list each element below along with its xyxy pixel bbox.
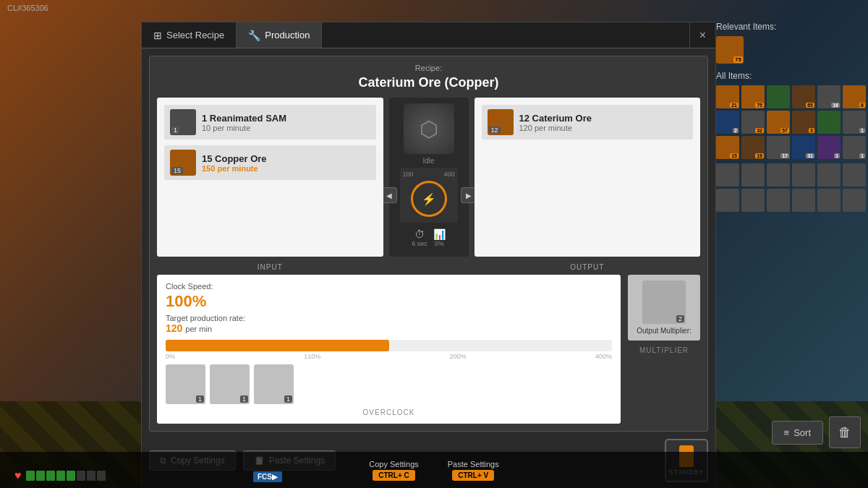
dialog-titlebar: ⊞ Select Recipe 🔧 Production × <box>142 22 715 48</box>
multiplier-wrap: 2 Output Multiplier: MULTIPLIER <box>628 275 700 424</box>
ingredient-name-2: 15 Copper Ore <box>202 153 370 164</box>
list-item[interactable] <box>716 163 739 187</box>
ingredient-name-1: 1 Reanimated SAM <box>202 113 370 124</box>
output-info: 12 Caterium Ore 120 per minute <box>519 113 688 132</box>
recipe-name: Caterium Ore (Copper) <box>157 75 700 90</box>
sort-delete-area: ≡ Sort 🗑 <box>772 416 861 448</box>
machine-stats: ⏱ 6 sec 📊 0% <box>412 228 446 247</box>
ingredient-info-1: 1 Reanimated SAM 10 per minute <box>202 113 370 132</box>
list-item[interactable]: 1 <box>817 136 841 159</box>
list-item[interactable] <box>716 189 739 212</box>
list-item[interactable] <box>817 189 841 212</box>
grid-icon: ⊞ <box>153 30 162 41</box>
list-item[interactable]: 65 <box>792 85 815 108</box>
machine-status: Idle <box>422 157 434 165</box>
health-bar <box>56 471 65 481</box>
sort-button[interactable]: ≡ Sort <box>772 421 823 445</box>
clock-icon: ⏱ <box>414 228 425 240</box>
overclock-panel: Clock Speed: 100% Target production rate… <box>157 275 621 424</box>
overclock-bar-area[interactable] <box>166 340 612 351</box>
list-item[interactable] <box>843 163 866 187</box>
items-grid: 21 75 65 16 8 2 32 57 3 1 15 19 17 31 1 … <box>716 85 861 159</box>
list-item[interactable]: 8 <box>843 85 866 108</box>
ingredient-count-2: 15 <box>171 167 183 174</box>
relevant-item-0[interactable]: 75 <box>716 36 744 64</box>
production-rate-unit: per min <box>185 325 212 333</box>
output-ingredient-row: 12 12 Caterium Ore 120 per minute <box>482 105 694 140</box>
list-item[interactable] <box>843 189 866 212</box>
ingredient-row-2: 15 15 Copper Ore 150 per minute <box>164 145 376 180</box>
list-item[interactable]: 16 <box>817 85 841 108</box>
slot-1-num: 1 <box>196 395 204 403</box>
list-item[interactable]: 21 <box>716 85 739 108</box>
output-rate: 120 per minute <box>519 124 688 132</box>
recipe-label: Recipe: <box>157 64 700 72</box>
list-item[interactable]: 19 <box>741 136 765 159</box>
slot-2[interactable]: 1 <box>210 364 250 404</box>
list-item[interactable]: 1 <box>843 111 866 134</box>
right-panel: Relevant Items: 75 All Items: 21 75 65 1… <box>716 22 861 212</box>
health-bar <box>26 471 35 481</box>
list-item[interactable] <box>767 189 790 212</box>
close-button[interactable]: × <box>689 22 715 48</box>
wrench-icon: 🔧 <box>248 30 260 41</box>
list-item[interactable]: 75 <box>741 85 765 108</box>
list-item[interactable]: 57 <box>767 111 790 134</box>
multiplier-panel[interactable]: 2 Output Multiplier: <box>628 275 700 341</box>
list-item[interactable] <box>792 163 815 187</box>
slot-3[interactable]: 1 <box>254 364 294 404</box>
ingredient-rate-1: 10 per minute <box>202 124 370 132</box>
health-bar-empty <box>87 471 95 481</box>
list-item[interactable] <box>767 163 790 187</box>
production-row: 1 1 Reanimated SAM 10 per minute 15 <box>157 98 700 257</box>
output-count: 12 <box>489 127 501 134</box>
list-item[interactable]: 17 <box>767 136 790 159</box>
delete-button[interactable]: 🗑 <box>829 416 861 448</box>
list-item[interactable]: 2 <box>716 111 739 134</box>
all-items-label: All Items: <box>716 71 861 81</box>
overclock-pct: 100% <box>166 292 612 311</box>
main-dialog: ⊞ Select Recipe 🔧 Production × Recipe: C… <box>141 22 716 488</box>
overclock-title: Clock Speed: <box>166 282 612 291</box>
slot-1[interactable]: 1 <box>166 364 205 404</box>
sort-icon: ≡ <box>784 427 790 438</box>
ingredient-count-1: 1 <box>171 127 179 134</box>
list-item[interactable] <box>817 163 841 187</box>
list-item[interactable] <box>741 189 765 212</box>
multiplier-label: Output Multiplier: <box>637 327 692 335</box>
machine-prev-btn[interactable]: ◀ <box>381 187 397 203</box>
list-item[interactable] <box>767 85 790 108</box>
list-item[interactable]: 3 <box>792 111 815 134</box>
relevant-items: 75 <box>716 36 861 64</box>
production-rate-val: 120 <box>166 322 182 334</box>
health-bar <box>67 471 75 481</box>
slot-row: 1 1 1 <box>166 364 612 404</box>
health-icon: ♥ <box>14 469 22 482</box>
input-label: INPUT <box>258 263 283 271</box>
multiplier-section-label: MULTIPLIER <box>639 346 689 354</box>
list-item[interactable] <box>792 189 815 212</box>
health-bar <box>36 471 45 481</box>
output-label: OUTPUT <box>570 263 604 271</box>
multiplier-badge: 2 <box>676 315 684 322</box>
machine-speed: 100 400 ⚡ <box>400 168 458 223</box>
slot-2-num: 1 <box>240 395 248 403</box>
hud-code: CL#365306 <box>7 4 48 12</box>
output-panel: 12 12 Caterium Ore 120 per minute OUTPUT <box>475 98 701 257</box>
stat-efficiency: 📊 0% <box>433 228 446 247</box>
trash-icon: 🗑 <box>838 425 851 440</box>
list-item[interactable] <box>817 111 841 134</box>
machine-image <box>404 103 454 154</box>
slot-3-num: 1 <box>284 395 292 403</box>
list-item[interactable]: 31 <box>792 136 815 159</box>
tab-production[interactable]: 🔧 Production <box>237 22 322 48</box>
paste-action: Paste Settings CTRL+ V <box>448 460 499 481</box>
list-item[interactable]: 1 <box>843 136 866 159</box>
list-item[interactable]: 32 <box>741 111 765 134</box>
fcs-badge: FCS▶ <box>253 471 282 482</box>
list-item[interactable] <box>741 163 765 187</box>
tab-select-recipe[interactable]: ⊞ Select Recipe <box>142 22 237 48</box>
health-bar-empty <box>77 471 85 481</box>
copy-action: Copy Settings CTRL+ C <box>369 460 418 481</box>
list-item[interactable]: 15 <box>716 136 739 159</box>
